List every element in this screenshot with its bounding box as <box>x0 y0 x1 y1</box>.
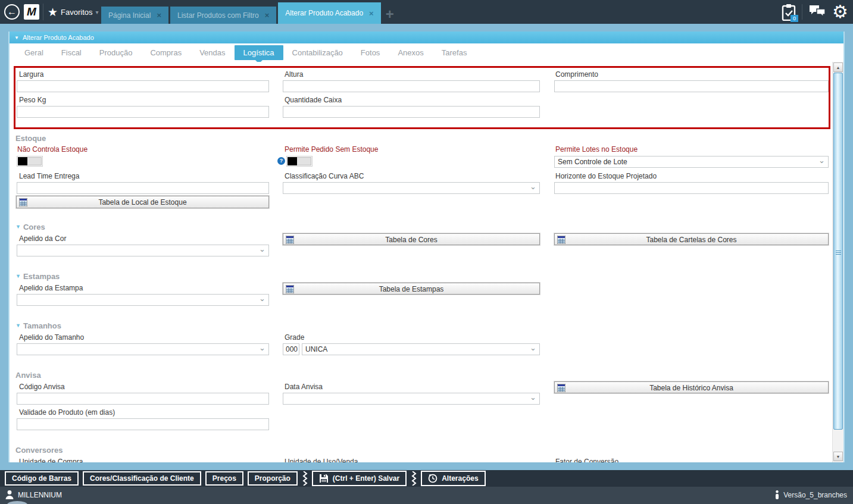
tab-anexos[interactable]: Anexos <box>389 45 432 60</box>
codigo-anvisa-input[interactable] <box>17 393 269 405</box>
selected-value: Sem Controle de Lote <box>558 158 627 166</box>
alteracoes-button[interactable]: Alterações <box>421 471 485 486</box>
alterar-produto-window: ▼ Alterar Produto Acabado Geral Fiscal P… <box>8 32 845 462</box>
tasks-clipboard-icon[interactable]: 0 <box>782 4 796 21</box>
validade-produto-label: Validade do Produto (em dias) <box>19 408 115 417</box>
lead-time-input[interactable] <box>17 182 269 194</box>
validade-produto-input[interactable] <box>17 418 269 430</box>
back-arrow-icon[interactable]: ← <box>4 4 20 20</box>
grade-select[interactable]: UNICA ⌄ <box>302 343 540 355</box>
info-person-icon <box>774 490 780 499</box>
button-label: Tabela de Estampas <box>283 285 539 293</box>
cores-section-title[interactable]: ▼Cores <box>15 223 45 231</box>
tab-compras[interactable]: Compras <box>141 45 190 60</box>
help-icon[interactable]: ? <box>277 157 285 165</box>
curva-abc-select[interactable]: ⌄ <box>283 182 540 194</box>
data-anvisa-select[interactable]: ⌄ <box>283 393 540 405</box>
top-navbar: ← M ★ Favoritos ▾ Página Inicial × Lista… <box>0 0 853 24</box>
estampas-section-title[interactable]: ▼Estampas <box>15 272 60 281</box>
task-count-badge: 0 <box>790 15 798 22</box>
anvisa-section-title: Anvisa <box>15 371 41 380</box>
toggle-knob <box>18 157 27 165</box>
largura-input[interactable] <box>17 80 269 92</box>
peso-kg-input[interactable] <box>17 106 269 118</box>
codigo-anvisa-label: Código Anvisa <box>19 383 65 391</box>
apelido-estampa-select[interactable]: ⌄ <box>17 294 269 306</box>
favorites-menu[interactable]: ★ Favoritos ▾ <box>48 0 99 24</box>
tabela-local-estoque-button[interactable]: Tabela de Local de Estoque <box>16 196 269 208</box>
button-label: Cores/Classificação de Cliente <box>90 474 194 483</box>
tabela-cartelas-cores-button[interactable]: Tabela de Cartelas de Cores <box>554 233 829 245</box>
new-tab-button[interactable]: + <box>383 7 397 24</box>
comprimento-input[interactable] <box>554 80 829 92</box>
grade-code-field[interactable]: 000 <box>283 343 299 355</box>
tab-pagina-inicial[interactable]: Página Inicial × <box>101 7 168 24</box>
button-label: (Ctrl + Enter) Salvar <box>333 474 399 483</box>
notification-blob <box>7 501 27 504</box>
scrollbar-thumb[interactable] <box>833 73 843 430</box>
chevron-down-icon: ⌄ <box>259 294 265 303</box>
tabela-historico-anvisa-button[interactable]: Tabela de Histórico Anvisa <box>554 381 829 393</box>
unidade-uso-venda-label: Unidade de Uso/Venda <box>285 458 358 462</box>
apelido-cor-select[interactable]: ⌄ <box>17 245 269 256</box>
navbar-divider <box>43 4 43 20</box>
floppy-disk-icon <box>319 474 329 483</box>
permite-pedido-toggle[interactable] <box>286 156 313 167</box>
tab-alterar-produto[interactable]: Alterar Produto Acabado × <box>278 2 380 24</box>
permite-lotes-select[interactable]: Sem Controle de Lote ⌄ <box>554 156 829 168</box>
curva-abc-label: Classificação Curva ABC <box>285 172 364 180</box>
tabela-cores-button[interactable]: Tabela de Cores <box>283 233 540 245</box>
precos-button[interactable]: Preços <box>205 471 243 486</box>
altura-input[interactable] <box>283 80 540 92</box>
tamanhos-section-title[interactable]: ▼Tamanhos <box>15 321 61 330</box>
logged-user: MILLENNIUM <box>5 490 62 500</box>
gear-icon[interactable]: ⚙ <box>832 1 848 23</box>
horizonte-label: Horizonte do Estoque Projetado <box>555 172 657 180</box>
navbar-actions: 0 ⚙ <box>782 0 848 24</box>
button-label: Proporção <box>255 474 290 483</box>
proporcao-button[interactable]: Proporção <box>248 471 298 486</box>
chat-bubbles-icon[interactable] <box>808 4 826 20</box>
window-title: Alterar Produto Acabado <box>23 34 94 41</box>
tab-label: Página Inicial <box>108 11 151 20</box>
window-frame: ▼ Alterar Produto Acabado Geral Fiscal P… <box>0 24 853 470</box>
section-arrow-icon: ▼ <box>15 273 21 279</box>
nao-controla-estoque-toggle[interactable] <box>17 156 43 167</box>
button-label: Preços <box>213 474 236 483</box>
window-titlebar[interactable]: ▼ Alterar Produto Acabado <box>10 32 843 43</box>
horizonte-input[interactable] <box>554 182 829 194</box>
conversores-section-title: Conversores <box>15 446 63 455</box>
cores-classificacao-button[interactable]: Cores/Classificação de Cliente <box>83 471 201 486</box>
tab-fotos[interactable]: Fotos <box>352 45 389 60</box>
tab-producao[interactable]: Produção <box>90 45 142 60</box>
tabela-estampas-button[interactable]: Tabela de Estampas <box>283 283 540 295</box>
tab-geral[interactable]: Geral <box>15 45 52 60</box>
user-name: MILLENNIUM <box>18 491 62 499</box>
close-icon[interactable]: × <box>265 11 270 20</box>
quantidade-caixa-label: Quantidade Caixa <box>285 96 342 104</box>
scroll-up-button[interactable]: ▲ <box>833 62 843 72</box>
comprimento-label: Comprimento <box>555 70 598 79</box>
grade-label: Grade <box>285 333 304 342</box>
tab-listar-produtos[interactable]: Listar Produtos com Filtro × <box>170 7 276 24</box>
tab-vendas[interactable]: Vendas <box>190 45 234 60</box>
vertical-scrollbar[interactable]: ▲ ▼ <box>832 62 843 462</box>
salvar-button[interactable]: (Ctrl + Enter) Salvar <box>312 471 407 486</box>
apelido-tamanho-label: Apelido do Tamanho <box>19 333 84 342</box>
close-icon[interactable]: × <box>157 11 161 20</box>
fator-conversao-label: Fator de Conversão <box>555 458 618 462</box>
data-anvisa-label: Data Anvisa <box>285 383 323 391</box>
estoque-section-title: Estoque <box>15 134 46 143</box>
quantidade-caixa-input[interactable] <box>283 106 540 118</box>
favorites-label: Favoritos <box>61 8 92 17</box>
millennium-logo[interactable]: M <box>24 4 39 20</box>
apelido-tamanho-select[interactable]: ⌄ <box>17 343 269 355</box>
close-icon[interactable]: × <box>369 9 374 18</box>
nao-controla-estoque-label: Não Controla Estoque <box>17 145 88 154</box>
tab-tarefas[interactable]: Tarefas <box>433 45 476 60</box>
scroll-down-button[interactable]: ▼ <box>833 452 843 461</box>
codigo-de-barras-button[interactable]: Código de Barras <box>5 471 79 486</box>
tab-fiscal[interactable]: Fiscal <box>52 45 90 60</box>
tab-logistica[interactable]: Logística <box>235 45 283 60</box>
tab-contabilizacao[interactable]: Contabilização <box>283 45 352 60</box>
